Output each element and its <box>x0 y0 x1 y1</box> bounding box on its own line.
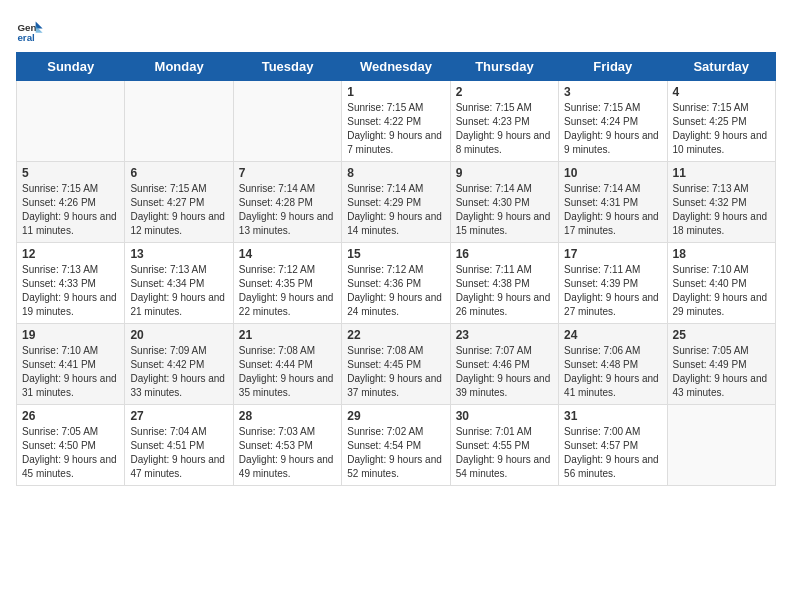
day-number: 29 <box>347 409 444 423</box>
day-number: 5 <box>22 166 119 180</box>
day-info: Sunrise: 7:13 AM Sunset: 4:32 PM Dayligh… <box>673 182 770 238</box>
day-number: 23 <box>456 328 553 342</box>
day-info: Sunrise: 7:12 AM Sunset: 4:36 PM Dayligh… <box>347 263 444 319</box>
day-number: 15 <box>347 247 444 261</box>
day-info: Sunrise: 7:15 AM Sunset: 4:24 PM Dayligh… <box>564 101 661 157</box>
day-info: Sunrise: 7:15 AM Sunset: 4:23 PM Dayligh… <box>456 101 553 157</box>
day-number: 18 <box>673 247 770 261</box>
day-info: Sunrise: 7:15 AM Sunset: 4:27 PM Dayligh… <box>130 182 227 238</box>
calendar-cell: 27Sunrise: 7:04 AM Sunset: 4:51 PM Dayli… <box>125 405 233 486</box>
calendar-cell: 29Sunrise: 7:02 AM Sunset: 4:54 PM Dayli… <box>342 405 450 486</box>
calendar-cell: 6Sunrise: 7:15 AM Sunset: 4:27 PM Daylig… <box>125 162 233 243</box>
calendar-week-row: 12Sunrise: 7:13 AM Sunset: 4:33 PM Dayli… <box>17 243 776 324</box>
calendar-day-header: Sunday <box>17 53 125 81</box>
calendar-week-row: 26Sunrise: 7:05 AM Sunset: 4:50 PM Dayli… <box>17 405 776 486</box>
calendar-cell: 14Sunrise: 7:12 AM Sunset: 4:35 PM Dayli… <box>233 243 341 324</box>
calendar-cell: 24Sunrise: 7:06 AM Sunset: 4:48 PM Dayli… <box>559 324 667 405</box>
calendar-cell <box>667 405 775 486</box>
calendar-cell: 21Sunrise: 7:08 AM Sunset: 4:44 PM Dayli… <box>233 324 341 405</box>
day-number: 1 <box>347 85 444 99</box>
day-info: Sunrise: 7:04 AM Sunset: 4:51 PM Dayligh… <box>130 425 227 481</box>
day-number: 8 <box>347 166 444 180</box>
calendar-week-row: 1Sunrise: 7:15 AM Sunset: 4:22 PM Daylig… <box>17 81 776 162</box>
day-number: 13 <box>130 247 227 261</box>
calendar-cell: 16Sunrise: 7:11 AM Sunset: 4:38 PM Dayli… <box>450 243 558 324</box>
calendar-cell: 17Sunrise: 7:11 AM Sunset: 4:39 PM Dayli… <box>559 243 667 324</box>
calendar-day-header: Thursday <box>450 53 558 81</box>
calendar-cell <box>125 81 233 162</box>
day-info: Sunrise: 7:05 AM Sunset: 4:50 PM Dayligh… <box>22 425 119 481</box>
calendar-cell: 23Sunrise: 7:07 AM Sunset: 4:46 PM Dayli… <box>450 324 558 405</box>
day-info: Sunrise: 7:00 AM Sunset: 4:57 PM Dayligh… <box>564 425 661 481</box>
day-info: Sunrise: 7:08 AM Sunset: 4:44 PM Dayligh… <box>239 344 336 400</box>
calendar-cell: 19Sunrise: 7:10 AM Sunset: 4:41 PM Dayli… <box>17 324 125 405</box>
day-info: Sunrise: 7:15 AM Sunset: 4:25 PM Dayligh… <box>673 101 770 157</box>
day-info: Sunrise: 7:07 AM Sunset: 4:46 PM Dayligh… <box>456 344 553 400</box>
day-number: 17 <box>564 247 661 261</box>
day-number: 28 <box>239 409 336 423</box>
calendar-cell: 10Sunrise: 7:14 AM Sunset: 4:31 PM Dayli… <box>559 162 667 243</box>
calendar-cell <box>17 81 125 162</box>
day-info: Sunrise: 7:09 AM Sunset: 4:42 PM Dayligh… <box>130 344 227 400</box>
day-info: Sunrise: 7:14 AM Sunset: 4:28 PM Dayligh… <box>239 182 336 238</box>
day-info: Sunrise: 7:13 AM Sunset: 4:34 PM Dayligh… <box>130 263 227 319</box>
calendar-day-header: Tuesday <box>233 53 341 81</box>
calendar-day-header: Saturday <box>667 53 775 81</box>
day-number: 11 <box>673 166 770 180</box>
day-number: 25 <box>673 328 770 342</box>
day-info: Sunrise: 7:11 AM Sunset: 4:39 PM Dayligh… <box>564 263 661 319</box>
calendar-cell: 28Sunrise: 7:03 AM Sunset: 4:53 PM Dayli… <box>233 405 341 486</box>
calendar-cell: 30Sunrise: 7:01 AM Sunset: 4:55 PM Dayli… <box>450 405 558 486</box>
day-info: Sunrise: 7:14 AM Sunset: 4:30 PM Dayligh… <box>456 182 553 238</box>
day-info: Sunrise: 7:05 AM Sunset: 4:49 PM Dayligh… <box>673 344 770 400</box>
calendar-cell: 20Sunrise: 7:09 AM Sunset: 4:42 PM Dayli… <box>125 324 233 405</box>
calendar-cell: 18Sunrise: 7:10 AM Sunset: 4:40 PM Dayli… <box>667 243 775 324</box>
day-info: Sunrise: 7:02 AM Sunset: 4:54 PM Dayligh… <box>347 425 444 481</box>
day-number: 6 <box>130 166 227 180</box>
day-number: 20 <box>130 328 227 342</box>
calendar-cell: 9Sunrise: 7:14 AM Sunset: 4:30 PM Daylig… <box>450 162 558 243</box>
page-header: Gen eral <box>16 16 776 44</box>
calendar-cell: 4Sunrise: 7:15 AM Sunset: 4:25 PM Daylig… <box>667 81 775 162</box>
day-info: Sunrise: 7:12 AM Sunset: 4:35 PM Dayligh… <box>239 263 336 319</box>
calendar-week-row: 19Sunrise: 7:10 AM Sunset: 4:41 PM Dayli… <box>17 324 776 405</box>
logo: Gen eral <box>16 16 48 44</box>
calendar-cell: 31Sunrise: 7:00 AM Sunset: 4:57 PM Dayli… <box>559 405 667 486</box>
calendar-day-header: Monday <box>125 53 233 81</box>
calendar-cell: 1Sunrise: 7:15 AM Sunset: 4:22 PM Daylig… <box>342 81 450 162</box>
calendar-week-row: 5Sunrise: 7:15 AM Sunset: 4:26 PM Daylig… <box>17 162 776 243</box>
calendar-cell: 2Sunrise: 7:15 AM Sunset: 4:23 PM Daylig… <box>450 81 558 162</box>
day-number: 21 <box>239 328 336 342</box>
day-number: 30 <box>456 409 553 423</box>
calendar-cell: 13Sunrise: 7:13 AM Sunset: 4:34 PM Dayli… <box>125 243 233 324</box>
day-info: Sunrise: 7:08 AM Sunset: 4:45 PM Dayligh… <box>347 344 444 400</box>
day-info: Sunrise: 7:15 AM Sunset: 4:22 PM Dayligh… <box>347 101 444 157</box>
day-number: 27 <box>130 409 227 423</box>
calendar-cell: 12Sunrise: 7:13 AM Sunset: 4:33 PM Dayli… <box>17 243 125 324</box>
day-info: Sunrise: 7:14 AM Sunset: 4:31 PM Dayligh… <box>564 182 661 238</box>
day-number: 10 <box>564 166 661 180</box>
svg-text:eral: eral <box>17 32 35 43</box>
day-info: Sunrise: 7:11 AM Sunset: 4:38 PM Dayligh… <box>456 263 553 319</box>
day-number: 7 <box>239 166 336 180</box>
day-number: 2 <box>456 85 553 99</box>
logo-icon: Gen eral <box>16 16 44 44</box>
day-info: Sunrise: 7:01 AM Sunset: 4:55 PM Dayligh… <box>456 425 553 481</box>
calendar-cell: 22Sunrise: 7:08 AM Sunset: 4:45 PM Dayli… <box>342 324 450 405</box>
day-number: 24 <box>564 328 661 342</box>
calendar-table: SundayMondayTuesdayWednesdayThursdayFrid… <box>16 52 776 486</box>
calendar-header-row: SundayMondayTuesdayWednesdayThursdayFrid… <box>17 53 776 81</box>
day-info: Sunrise: 7:10 AM Sunset: 4:40 PM Dayligh… <box>673 263 770 319</box>
calendar-cell: 26Sunrise: 7:05 AM Sunset: 4:50 PM Dayli… <box>17 405 125 486</box>
day-number: 26 <box>22 409 119 423</box>
day-number: 4 <box>673 85 770 99</box>
day-info: Sunrise: 7:06 AM Sunset: 4:48 PM Dayligh… <box>564 344 661 400</box>
calendar-day-header: Friday <box>559 53 667 81</box>
day-info: Sunrise: 7:10 AM Sunset: 4:41 PM Dayligh… <box>22 344 119 400</box>
calendar-cell: 7Sunrise: 7:14 AM Sunset: 4:28 PM Daylig… <box>233 162 341 243</box>
calendar-cell: 5Sunrise: 7:15 AM Sunset: 4:26 PM Daylig… <box>17 162 125 243</box>
day-number: 22 <box>347 328 444 342</box>
calendar-cell: 8Sunrise: 7:14 AM Sunset: 4:29 PM Daylig… <box>342 162 450 243</box>
day-number: 12 <box>22 247 119 261</box>
calendar-cell: 3Sunrise: 7:15 AM Sunset: 4:24 PM Daylig… <box>559 81 667 162</box>
